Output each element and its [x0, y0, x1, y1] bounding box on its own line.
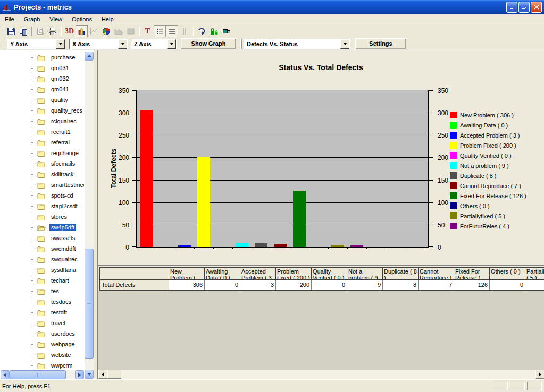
restore-button[interactable] [518, 2, 530, 13]
tree-item-techart[interactable]: techart [0, 275, 84, 286]
menu-item-view[interactable]: View [45, 14, 67, 24]
toolbar-grip[interactable] [2, 27, 3, 36]
tree-item-swassets[interactable]: swassets [0, 233, 84, 243]
scroll-left-button[interactable] [98, 370, 107, 379]
tree-item-skilltrack[interactable]: skilltrack [0, 169, 84, 180]
tree-item-qm031[interactable]: qm031 [0, 63, 84, 73]
folder-icon [37, 118, 46, 125]
legend-item: Partiallyfixed ( 5 ) [450, 211, 526, 221]
horizontal-scroll-thumb[interactable] [10, 370, 66, 379]
legend-item: ForFuturReles ( 4 ) [450, 221, 526, 231]
graph-type-combobox[interactable]: Defects Vs. Status [244, 39, 350, 49]
pie-chart-button[interactable] [100, 25, 112, 37]
tree-item-label: stores [49, 213, 69, 220]
table-column-header: Partiallyfixed ( 5 ) [525, 268, 544, 280]
axis-tick [132, 180, 137, 181]
chevron-down-icon[interactable] [118, 39, 127, 49]
tree-item-smarttestmec[interactable]: smarttestmec [0, 180, 84, 190]
vertical-scroll-thumb[interactable] [85, 249, 94, 359]
defects-table: New Problem ( 306 )Awaiting Data ( 0 )Ac… [99, 267, 544, 291]
menu-item-options[interactable]: Options [67, 14, 97, 24]
tree-item-reqchange[interactable]: reqchange [0, 148, 84, 158]
horizontal-grid-button[interactable] [166, 25, 178, 37]
copy-button[interactable] [17, 25, 29, 37]
folder-icon [37, 203, 46, 210]
scroll-down-button[interactable] [85, 370, 94, 379]
tree-item-tes[interactable]: tes [0, 286, 84, 296]
tree-vertical-scrollbar[interactable] [85, 52, 94, 379]
toolbar-grip[interactable] [3, 39, 4, 49]
locks-button[interactable] [207, 25, 220, 37]
tree-item-sw4p5dft[interactable]: sw4p5dft [0, 222, 84, 233]
tree-item-sysdftana[interactable]: sysdftana [0, 265, 84, 275]
folder-icon [37, 267, 46, 274]
tree-item-label: website [49, 351, 72, 359]
tree-horizontal-scrollbar[interactable] [1, 370, 84, 379]
legend-toggle-button[interactable] [154, 25, 166, 37]
tree-item-swcmddft[interactable]: swcmddft [0, 243, 84, 254]
menu-item-help[interactable]: Help [97, 14, 119, 24]
tree-item-quality[interactable]: quality [0, 95, 84, 105]
y-tick-label: 250 [119, 132, 129, 139]
tree-item-testdft[interactable]: testdft [0, 307, 84, 318]
tree-item-webpage[interactable]: webpage [0, 339, 84, 350]
tree-item-qm041[interactable]: qm041 [0, 84, 84, 95]
legend-label: Partiallyfixed ( 5 ) [460, 213, 505, 219]
tree-item-referral[interactable]: referral [0, 137, 84, 148]
scroll-left-button[interactable] [1, 370, 10, 379]
y-tick-label: 250 [438, 132, 448, 139]
scroll-right-button[interactable] [75, 370, 84, 379]
axis-toolbar: Y Axis X Axis Z Axis Show Graph Defects … [0, 38, 544, 50]
tree-item-wwpcrm[interactable]: wwpcrm [0, 360, 84, 371]
chart-horizontal-scrollbar[interactable] [98, 370, 544, 379]
tree-item-stapl2csdf[interactable]: stapl2csdf [0, 201, 84, 211]
tree-item-website[interactable]: website [0, 350, 84, 360]
rotate-button[interactable] [195, 25, 207, 37]
folder-icon [37, 341, 46, 348]
settings-button[interactable]: Settings [355, 38, 406, 49]
toolbar-grip[interactable] [240, 39, 242, 49]
tree-item-rciqualrec[interactable]: rciqualrec [0, 116, 84, 126]
3d-toggle-button[interactable]: 3D [63, 25, 76, 37]
scroll-right-button[interactable] [535, 370, 544, 379]
legend-item: Duplicate ( 8 ) [450, 171, 526, 181]
chevron-down-icon[interactable] [167, 39, 176, 49]
tree-item-userdocs[interactable]: userdocs [0, 328, 84, 339]
legend-label: ForFuturReles ( 4 ) [460, 223, 509, 229]
tree-item-stores[interactable]: stores [0, 211, 84, 222]
horizontal-scroll-thumb[interactable] [107, 370, 121, 379]
minimize-button[interactable] [506, 2, 517, 13]
tree-item-sfccmails[interactable]: sfccmails [0, 158, 84, 169]
table-value-cell: 0 [312, 280, 347, 290]
chevron-down-icon[interactable] [56, 39, 65, 49]
scroll-up-button[interactable] [85, 52, 94, 61]
panel-splitter[interactable] [94, 50, 97, 379]
tree-item-quality_recs[interactable]: quality_recs [0, 105, 84, 116]
show-graph-button[interactable]: Show Graph [181, 38, 236, 49]
menu-item-graph[interactable]: Graph [19, 14, 45, 24]
tree-item-swqualrec[interactable]: swqualrec [0, 254, 84, 265]
menu-item-file[interactable]: File [0, 14, 19, 24]
folder-icon [37, 299, 46, 305]
tree-item-tesdocs[interactable]: tesdocs [0, 296, 84, 307]
axis-tick [132, 202, 137, 203]
chevron-down-icon[interactable] [340, 39, 349, 49]
legend-label: Others ( 0 ) [460, 203, 490, 209]
z-axis-combobox[interactable]: Z Axis [131, 39, 177, 49]
tree-item-travel[interactable]: travel [0, 318, 84, 328]
tree-item-purchase[interactable]: purchase [0, 52, 84, 63]
tree-item-qm032[interactable]: qm032 [0, 73, 84, 84]
save-button[interactable] [5, 25, 17, 37]
x-axis-tick [424, 247, 424, 249]
x-axis-combobox[interactable]: X Axis [69, 39, 128, 49]
bar-chart-button[interactable] [76, 25, 88, 37]
close-button[interactable] [531, 2, 542, 13]
print-button[interactable] [46, 25, 58, 37]
legend-label: Cannot Reproduce ( 7 ) [460, 183, 521, 189]
tree-item-spots-cd[interactable]: spots-cd [0, 190, 84, 201]
component-button[interactable] [220, 25, 232, 37]
y-axis-combobox[interactable]: Y Axis [7, 39, 65, 49]
folder-icon [37, 54, 46, 61]
tree-item-recruit1[interactable]: recruit1 [0, 126, 84, 137]
text-tool-button[interactable]: T [141, 25, 154, 37]
